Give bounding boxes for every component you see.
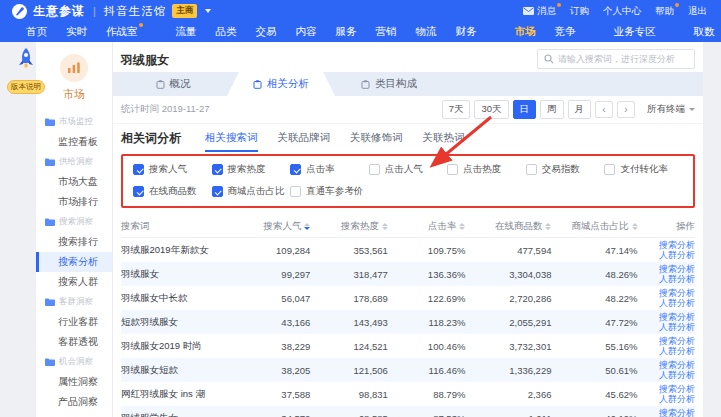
word-tab-关联品牌词[interactable]: 关联品牌词 <box>278 124 331 152</box>
sidebar-item-搜索分析[interactable]: 搜索分析 <box>36 252 112 272</box>
sidebar-item-产品洞察[interactable]: 产品洞察 <box>36 392 112 412</box>
range-button-月[interactable]: 月 <box>568 100 592 119</box>
header-link-label: 订购 <box>570 5 589 18</box>
action-link-搜索分析[interactable]: 搜索分析 <box>659 264 695 274</box>
column-header-点击率[interactable]: 点击率 <box>388 220 465 233</box>
checkbox-unchecked-icon[interactable] <box>447 164 458 175</box>
nav-item-服务[interactable]: 服务 <box>336 25 357 39</box>
nav-item-市场[interactable]: 市场 <box>515 25 536 39</box>
nav-item-内容[interactable]: 内容 <box>296 25 317 39</box>
action-link-人群分析[interactable]: 人群分析 <box>659 370 695 380</box>
nav-item-首页[interactable]: 首页 <box>26 25 47 39</box>
action-link-人群分析[interactable]: 人群分析 <box>659 394 695 404</box>
range-button-日[interactable]: 日 <box>513 100 537 119</box>
checkbox-checked-icon[interactable] <box>212 164 223 175</box>
main-nav: 首页实时作战室流量品类交易内容服务营销物流财务市场竞争业务专区取数人群管理学院 <box>0 22 721 42</box>
action-link-搜索分析[interactable]: 搜索分析 <box>659 240 695 250</box>
metric-checkbox-搜索热度[interactable]: 搜索热度 <box>212 163 291 176</box>
action-link-搜索分析[interactable]: 搜索分析 <box>659 384 695 394</box>
action-link-搜索分析[interactable]: 搜索分析 <box>659 288 695 298</box>
word-tab-关联热词[interactable]: 关联热词 <box>423 124 465 152</box>
checkbox-unchecked-icon[interactable] <box>526 164 537 175</box>
checkbox-unchecked-icon[interactable] <box>369 164 380 175</box>
nav-item-品类[interactable]: 品类 <box>216 25 237 39</box>
sidebar-item-市场大盘[interactable]: 市场大盘 <box>36 172 112 192</box>
action-link-搜索分析[interactable]: 搜索分析 <box>659 408 695 417</box>
chevron-down-icon[interactable] <box>205 9 211 13</box>
nav-item-作战室[interactable]: 作战室 <box>106 25 138 39</box>
nav-item-营销[interactable]: 营销 <box>376 25 397 39</box>
column-header-搜索人气[interactable]: 搜索人气 <box>236 220 311 233</box>
tab-概况[interactable]: 概况 <box>119 72 227 96</box>
rocket-icon[interactable] <box>16 47 36 71</box>
metric-checkbox-点击人气[interactable]: 点击人气 <box>369 163 448 176</box>
header-link-消息[interactable]: 消息 <box>523 5 556 18</box>
column-header-商城点击占比[interactable]: 商城点击占比 <box>551 220 637 233</box>
range-button-30天[interactable]: 30天 <box>474 100 508 119</box>
action-link-人群分析[interactable]: 人群分析 <box>659 322 695 332</box>
sidebar-item-监控看板[interactable]: 监控看板 <box>36 132 112 152</box>
header-link-退出[interactable]: 退出 <box>688 5 707 18</box>
metric-checkbox-直通车参考价[interactable]: 直通车参考价 <box>290 185 369 198</box>
tab-类目构成[interactable]: 类目构成 <box>335 72 443 96</box>
column-header-搜索热度[interactable]: 搜索热度 <box>310 220 387 233</box>
floating-helper[interactable]: 版本说明 <box>4 47 48 94</box>
checkbox-checked-icon[interactable] <box>212 186 223 197</box>
sidebar-item-客群透视[interactable]: 客群透视 <box>36 332 112 352</box>
metric-label: 点击人气 <box>385 163 423 176</box>
action-link-搜索分析[interactable]: 搜索分析 <box>659 360 695 370</box>
metric-checkbox-点击率[interactable]: 点击率 <box>290 163 369 176</box>
next-page-button[interactable]: › <box>617 101 635 118</box>
nav-item-取数[interactable]: 取数 <box>694 25 715 39</box>
cell-actions: 搜索分析人群分析 <box>638 312 695 332</box>
nav-item-流量[interactable]: 流量 <box>176 25 197 39</box>
keyword-search-box[interactable] <box>537 49 695 69</box>
action-link-人群分析[interactable]: 人群分析 <box>659 298 695 308</box>
action-link-人群分析[interactable]: 人群分析 <box>659 274 695 284</box>
tab-icon <box>361 80 370 89</box>
sidebar-item-市场排行[interactable]: 市场排行 <box>36 192 112 212</box>
nav-item-业务专区[interactable]: 业务专区 <box>614 25 656 39</box>
brand-logo[interactable]: 生意参谋 | 抖音生活馆 主商 <box>12 3 211 20</box>
action-link-人群分析[interactable]: 人群分析 <box>659 346 695 356</box>
checkbox-checked-icon[interactable] <box>133 164 144 175</box>
metric-checkbox-在线商品数[interactable]: 在线商品数 <box>133 185 212 198</box>
terminal-filter-select[interactable]: 所有终端 <box>647 103 695 116</box>
search-input[interactable] <box>558 54 688 64</box>
metric-checkbox-点击热度[interactable]: 点击热度 <box>447 163 526 176</box>
action-link-人群分析[interactable]: 人群分析 <box>659 250 695 260</box>
nav-item-实时[interactable]: 实时 <box>66 25 87 39</box>
sidebar-item-属性洞察[interactable]: 属性洞察 <box>36 372 112 392</box>
sidebar-item-搜索人群[interactable]: 搜索人群 <box>36 272 112 292</box>
checkbox-unchecked-icon[interactable] <box>290 186 301 197</box>
prev-page-button[interactable]: ‹ <box>595 101 613 118</box>
header-link-订购[interactable]: 订购 <box>570 5 589 18</box>
metric-checkbox-支付转化率[interactable]: 支付转化率 <box>604 163 683 176</box>
word-tab-关联修饰词[interactable]: 关联修饰词 <box>350 124 403 152</box>
version-note-badge[interactable]: 版本说明 <box>7 80 45 94</box>
column-header-在线商品数[interactable]: 在线商品数 <box>465 220 551 233</box>
sidebar-item-行业客群[interactable]: 行业客群 <box>36 312 112 332</box>
nav-item-交易[interactable]: 交易 <box>256 25 277 39</box>
header-link-帮助[interactable]: 帮助 <box>655 5 674 18</box>
nav-item-竞争[interactable]: 竞争 <box>555 25 576 39</box>
tab-相关分析[interactable]: 相关分析 <box>227 72 335 96</box>
action-link-搜索分析[interactable]: 搜索分析 <box>659 336 695 346</box>
word-tab-相关搜索词[interactable]: 相关搜索词 <box>205 124 258 152</box>
page-title-keyword: 羽绒服女 <box>121 53 169 67</box>
action-link-搜索分析[interactable]: 搜索分析 <box>659 312 695 322</box>
metric-checkbox-交易指数[interactable]: 交易指数 <box>526 163 605 176</box>
range-button-7天[interactable]: 7天 <box>442 100 471 119</box>
metric-checkbox-搜索人气[interactable]: 搜索人气 <box>133 163 212 176</box>
sidebar-item-搜索排行[interactable]: 搜索排行 <box>36 232 112 252</box>
checkbox-checked-icon[interactable] <box>133 186 144 197</box>
range-button-周[interactable]: 周 <box>540 100 564 119</box>
metric-checkbox-商城点击占比[interactable]: 商城点击占比 <box>212 185 291 198</box>
column-header-label: 搜索人气 <box>263 220 301 233</box>
nav-item-物流[interactable]: 物流 <box>416 25 437 39</box>
market-module-icon[interactable] <box>60 54 88 82</box>
nav-item-财务[interactable]: 财务 <box>456 25 477 39</box>
header-link-个人中心[interactable]: 个人中心 <box>603 5 641 18</box>
checkbox-checked-icon[interactable] <box>290 164 301 175</box>
checkbox-unchecked-icon[interactable] <box>604 164 615 175</box>
